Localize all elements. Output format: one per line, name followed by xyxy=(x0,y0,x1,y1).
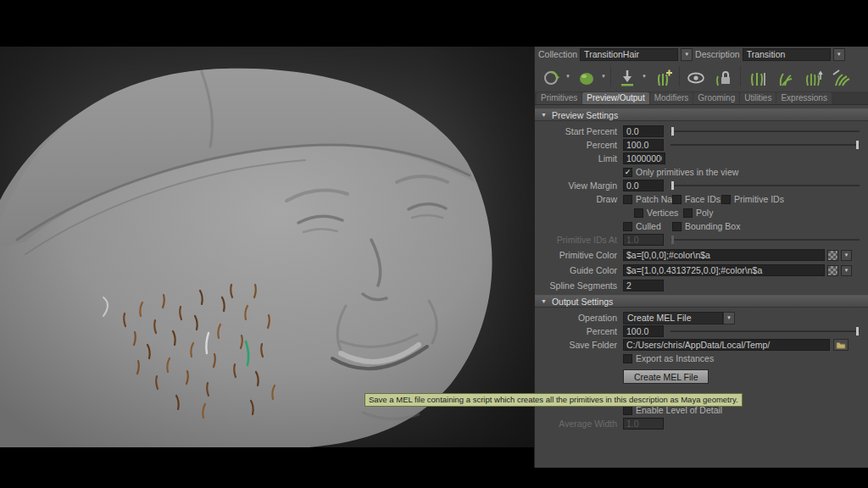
view-margin-field[interactable] xyxy=(623,180,664,191)
output-percent-row: Percent xyxy=(535,325,868,337)
only-primitives-checkbox[interactable]: ✓ xyxy=(623,168,632,177)
primitive-color-dropdown-icon[interactable]: ▼ xyxy=(841,250,852,261)
grass-density-button[interactable] xyxy=(801,64,825,88)
view-margin-row: View Margin xyxy=(535,180,868,191)
draw-row-3: Culled Bounding Box xyxy=(535,220,868,232)
save-folder-label: Save Folder xyxy=(535,340,623,350)
export-instances-label: Export as Instances xyxy=(636,353,714,363)
preview-settings-header[interactable]: ▼ Preview Settings xyxy=(535,108,868,121)
tooltip: Save a MEL file containing a script whic… xyxy=(364,393,743,407)
operation-dropdown[interactable]: Create MEL File xyxy=(623,312,723,324)
xgen-toolbar: ▼ ▼ ▼ xyxy=(535,61,868,92)
output-settings-header[interactable]: ▼ Output Settings xyxy=(535,295,868,308)
description-label: Description xyxy=(695,49,740,59)
update-preview-caret-icon[interactable]: ▼ xyxy=(565,74,570,79)
lock-icon xyxy=(714,68,734,88)
primitive-color-field[interactable] xyxy=(623,249,825,261)
primitive-display-caret-icon[interactable]: ▼ xyxy=(601,74,606,79)
guide-color-expression-icon[interactable] xyxy=(827,265,838,276)
tab-expressions[interactable]: Expressions xyxy=(776,92,831,104)
save-folder-row: Save Folder xyxy=(535,339,868,351)
draw-row-2: Vertices Poly xyxy=(535,207,868,219)
add-description-button[interactable] xyxy=(651,64,675,88)
description-dropdown[interactable]: Transition xyxy=(743,48,831,61)
primitive-color-row: Primitive Color ▼ xyxy=(535,249,868,261)
visibility-button[interactable] xyxy=(684,64,708,88)
output-percent-field[interactable] xyxy=(623,325,664,337)
view-margin-slider[interactable] xyxy=(670,180,860,191)
output-settings-body: Operation Create MEL File ▼ Percent Save… xyxy=(535,308,868,430)
description-menu-arrow-icon[interactable]: ▼ xyxy=(833,48,845,61)
start-percent-field[interactable] xyxy=(623,125,664,137)
start-percent-label: Start Percent xyxy=(535,126,623,136)
output-percent-label: Percent xyxy=(535,326,623,336)
enable-lod-checkbox[interactable] xyxy=(623,406,632,415)
output-settings-title: Output Settings xyxy=(552,297,613,307)
primitive-color-expression-icon[interactable] xyxy=(827,250,838,261)
tab-preview-output[interactable]: Preview/Output xyxy=(582,92,648,104)
collection-description-bar: Collection TransitionHair ▼ Description … xyxy=(535,47,868,61)
spline-segments-field[interactable] xyxy=(623,280,664,291)
percent-field[interactable] xyxy=(623,139,664,151)
grass-bend-button[interactable] xyxy=(773,64,797,88)
average-width-label: Average Width xyxy=(535,419,623,429)
slider-handle[interactable] xyxy=(856,327,859,336)
guide-color-field[interactable] xyxy=(623,264,825,276)
primitive-ids-label: Primitive IDs xyxy=(734,194,784,204)
browse-folder-button[interactable] xyxy=(833,339,849,351)
3d-viewport[interactable] xyxy=(0,47,534,447)
culled-label: Culled xyxy=(636,221,661,231)
collection-menu-arrow-icon[interactable]: ▼ xyxy=(681,48,693,61)
tab-modifiers[interactable]: Modifiers xyxy=(650,92,693,104)
toolbar-separator xyxy=(740,66,741,86)
face-ids-checkbox[interactable] xyxy=(672,195,682,204)
tab-grooming[interactable]: Grooming xyxy=(693,92,739,104)
xgen-tab-bar: Primitives Preview/Output Modifiers Groo… xyxy=(535,92,868,105)
grass-width-button[interactable] xyxy=(745,64,769,88)
guide-color-label: Guide Color xyxy=(535,265,623,275)
percent-slider[interactable] xyxy=(670,139,860,151)
output-percent-slider[interactable] xyxy=(670,325,860,337)
grass-density-icon xyxy=(803,68,823,88)
folder-icon xyxy=(836,341,846,349)
culled-checkbox[interactable] xyxy=(623,222,632,231)
spline-segments-label: Spline Segments xyxy=(535,280,623,291)
create-mel-row: Create MEL File xyxy=(535,369,868,384)
comb-grass-button[interactable] xyxy=(829,64,853,88)
primitive-ids-checkbox[interactable] xyxy=(721,195,731,204)
slider-handle[interactable] xyxy=(671,181,674,190)
preview-settings-body: Start Percent Percent Limit ✓ Only primi… xyxy=(535,121,868,291)
poly-checkbox[interactable] xyxy=(683,208,693,218)
flush-preview-caret-icon[interactable]: ▼ xyxy=(642,74,647,79)
flush-preview-icon xyxy=(617,68,637,88)
save-folder-field[interactable] xyxy=(623,339,830,351)
vertices-label: Vertices xyxy=(647,208,678,218)
primitive-display-button[interactable] xyxy=(575,64,598,88)
patch-names-checkbox[interactable] xyxy=(623,195,632,204)
flush-preview-button[interactable] xyxy=(615,64,639,88)
spline-segments-row: Spline Segments xyxy=(535,280,868,291)
operation-dropdown-arrow-icon[interactable]: ▼ xyxy=(723,312,735,324)
toolbar-separator xyxy=(679,66,680,86)
collapse-arrow-icon: ▼ xyxy=(541,112,547,118)
preview-settings-title: Preview Settings xyxy=(552,110,618,120)
vertices-checkbox[interactable] xyxy=(634,208,643,218)
collection-dropdown[interactable]: TransitionHair xyxy=(580,48,678,61)
tab-utilities[interactable]: Utilities xyxy=(740,92,776,104)
tab-primitives[interactable]: Primitives xyxy=(537,92,581,104)
slider-handle[interactable] xyxy=(856,141,859,149)
percent-row: Percent xyxy=(535,139,868,151)
export-instances-checkbox[interactable] xyxy=(623,354,632,363)
percent-label: Percent xyxy=(535,140,623,150)
only-primitives-row: ✓ Only primitives in the view xyxy=(535,166,868,178)
limit-field[interactable] xyxy=(623,152,665,164)
slider-handle[interactable] xyxy=(671,127,674,136)
lock-guides-button[interactable] xyxy=(712,64,736,88)
start-percent-slider[interactable] xyxy=(670,125,860,137)
update-preview-button[interactable] xyxy=(539,64,563,88)
draw-row-1: Draw Patch Na Face IDs Primitive IDs xyxy=(535,193,868,205)
guide-color-dropdown-icon[interactable]: ▼ xyxy=(841,265,852,276)
bounding-box-checkbox[interactable] xyxy=(672,222,682,231)
primitive-ids-at-slider xyxy=(670,234,860,246)
create-mel-file-button[interactable]: Create MEL File xyxy=(623,369,709,384)
